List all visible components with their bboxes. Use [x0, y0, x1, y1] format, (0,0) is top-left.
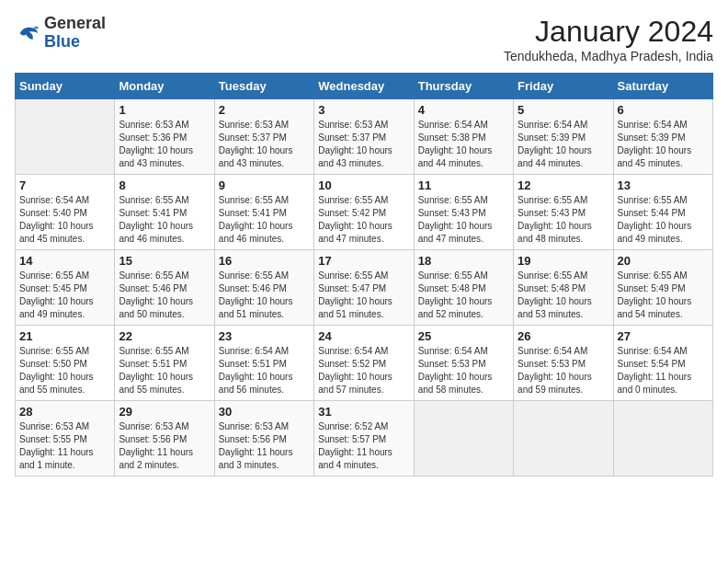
- weekday-header: Wednesday: [314, 74, 414, 99]
- calendar-cell: 17Sunrise: 6:55 AM Sunset: 5:47 PM Dayli…: [314, 250, 414, 326]
- day-info: Sunrise: 6:55 AM Sunset: 5:45 PM Dayligh…: [19, 270, 110, 321]
- calendar-cell: 23Sunrise: 6:54 AM Sunset: 5:51 PM Dayli…: [214, 326, 313, 401]
- day-info: Sunrise: 6:54 AM Sunset: 5:53 PM Dayligh…: [518, 345, 609, 396]
- day-number: 5: [518, 103, 609, 117]
- weekday-header: Tuesday: [214, 74, 313, 99]
- day-number: 26: [518, 329, 609, 343]
- day-info: Sunrise: 6:54 AM Sunset: 5:53 PM Dayligh…: [418, 345, 509, 396]
- day-info: Sunrise: 6:55 AM Sunset: 5:48 PM Dayligh…: [518, 270, 609, 321]
- logo-text: General Blue: [44, 15, 106, 52]
- calendar-cell: 15Sunrise: 6:55 AM Sunset: 5:46 PM Dayli…: [115, 250, 214, 326]
- calendar-cell: [414, 401, 513, 477]
- calendar-cell: 1Sunrise: 6:53 AM Sunset: 5:36 PM Daylig…: [115, 99, 214, 175]
- day-number: 27: [618, 329, 709, 343]
- day-number: 7: [19, 178, 110, 192]
- weekday-header: Saturday: [613, 74, 712, 99]
- calendar-week-row: 7Sunrise: 6:54 AM Sunset: 5:40 PM Daylig…: [16, 175, 713, 250]
- calendar-cell: 2Sunrise: 6:53 AM Sunset: 5:37 PM Daylig…: [214, 99, 313, 175]
- day-number: 1: [119, 103, 210, 117]
- day-number: 29: [119, 405, 210, 419]
- day-number: 12: [518, 178, 609, 192]
- calendar-cell: 8Sunrise: 6:55 AM Sunset: 5:41 PM Daylig…: [115, 175, 214, 250]
- logo-bird-icon: [15, 20, 40, 46]
- day-info: Sunrise: 6:55 AM Sunset: 5:43 PM Dayligh…: [418, 194, 509, 246]
- calendar-cell: 28Sunrise: 6:53 AM Sunset: 5:55 PM Dayli…: [16, 401, 115, 477]
- day-number: 20: [618, 254, 709, 268]
- day-number: 24: [318, 329, 409, 343]
- calendar-cell: 29Sunrise: 6:53 AM Sunset: 5:56 PM Dayli…: [115, 401, 214, 477]
- logo: General Blue: [15, 15, 106, 52]
- day-info: Sunrise: 6:55 AM Sunset: 5:43 PM Dayligh…: [518, 194, 609, 246]
- day-info: Sunrise: 6:55 AM Sunset: 5:46 PM Dayligh…: [119, 270, 210, 321]
- calendar-cell: 26Sunrise: 6:54 AM Sunset: 5:53 PM Dayli…: [514, 326, 613, 401]
- day-info: Sunrise: 6:55 AM Sunset: 5:50 PM Dayligh…: [19, 345, 110, 396]
- calendar-week-row: 14Sunrise: 6:55 AM Sunset: 5:45 PM Dayli…: [16, 250, 713, 326]
- day-info: Sunrise: 6:55 AM Sunset: 5:44 PM Dayligh…: [618, 194, 709, 246]
- calendar-cell: [613, 401, 712, 477]
- day-number: 22: [119, 329, 210, 343]
- day-info: Sunrise: 6:54 AM Sunset: 5:38 PM Dayligh…: [418, 119, 509, 170]
- weekday-header: Sunday: [16, 74, 115, 99]
- title-block: January 2024 Tendukheda, Madhya Pradesh,…: [504, 15, 713, 63]
- day-number: 23: [219, 329, 310, 343]
- day-info: Sunrise: 6:53 AM Sunset: 5:56 PM Dayligh…: [219, 420, 310, 472]
- calendar-week-row: 1Sunrise: 6:53 AM Sunset: 5:36 PM Daylig…: [16, 99, 713, 175]
- day-number: 13: [618, 178, 709, 192]
- location-subtitle: Tendukheda, Madhya Pradesh, India: [504, 49, 713, 63]
- calendar-cell: 14Sunrise: 6:55 AM Sunset: 5:45 PM Dayli…: [16, 250, 115, 326]
- calendar-cell: 18Sunrise: 6:55 AM Sunset: 5:48 PM Dayli…: [414, 250, 513, 326]
- day-number: 11: [418, 178, 509, 192]
- day-number: 10: [318, 178, 409, 192]
- day-info: Sunrise: 6:55 AM Sunset: 5:47 PM Dayligh…: [318, 270, 409, 321]
- day-info: Sunrise: 6:53 AM Sunset: 5:37 PM Dayligh…: [318, 119, 409, 170]
- day-info: Sunrise: 6:54 AM Sunset: 5:51 PM Dayligh…: [219, 345, 310, 396]
- day-info: Sunrise: 6:55 AM Sunset: 5:41 PM Dayligh…: [119, 194, 210, 246]
- day-info: Sunrise: 6:53 AM Sunset: 5:55 PM Dayligh…: [19, 420, 110, 472]
- day-number: 8: [119, 178, 210, 192]
- calendar-cell: 10Sunrise: 6:55 AM Sunset: 5:42 PM Dayli…: [314, 175, 414, 250]
- logo-blue-text: Blue: [44, 33, 106, 52]
- calendar-cell: 5Sunrise: 6:54 AM Sunset: 5:39 PM Daylig…: [514, 99, 613, 175]
- day-number: 19: [518, 254, 609, 268]
- day-number: 3: [318, 103, 409, 117]
- day-number: 15: [119, 254, 210, 268]
- day-info: Sunrise: 6:55 AM Sunset: 5:49 PM Dayligh…: [618, 270, 709, 321]
- calendar-cell: 7Sunrise: 6:54 AM Sunset: 5:40 PM Daylig…: [16, 175, 115, 250]
- day-info: Sunrise: 6:52 AM Sunset: 5:57 PM Dayligh…: [318, 420, 409, 472]
- calendar-cell: 9Sunrise: 6:55 AM Sunset: 5:41 PM Daylig…: [214, 175, 313, 250]
- calendar-cell: 31Sunrise: 6:52 AM Sunset: 5:57 PM Dayli…: [314, 401, 414, 477]
- calendar-cell: 4Sunrise: 6:54 AM Sunset: 5:38 PM Daylig…: [414, 99, 513, 175]
- calendar-cell: 13Sunrise: 6:55 AM Sunset: 5:44 PM Dayli…: [613, 175, 712, 250]
- weekday-header-row: SundayMondayTuesdayWednesdayThursdayFrid…: [16, 74, 713, 99]
- day-number: 25: [418, 329, 509, 343]
- day-info: Sunrise: 6:55 AM Sunset: 5:41 PM Dayligh…: [219, 194, 310, 246]
- day-number: 21: [19, 329, 110, 343]
- month-year-title: January 2024: [504, 15, 713, 49]
- day-number: 16: [219, 254, 310, 268]
- day-number: 18: [418, 254, 509, 268]
- calendar-week-row: 28Sunrise: 6:53 AM Sunset: 5:55 PM Dayli…: [16, 401, 713, 477]
- calendar-cell: 3Sunrise: 6:53 AM Sunset: 5:37 PM Daylig…: [314, 99, 414, 175]
- day-info: Sunrise: 6:55 AM Sunset: 5:42 PM Dayligh…: [318, 194, 409, 246]
- day-number: 9: [219, 178, 310, 192]
- day-number: 17: [318, 254, 409, 268]
- calendar-cell: 11Sunrise: 6:55 AM Sunset: 5:43 PM Dayli…: [414, 175, 513, 250]
- day-info: Sunrise: 6:55 AM Sunset: 5:46 PM Dayligh…: [219, 270, 310, 321]
- calendar-cell: [514, 401, 613, 477]
- weekday-header: Thursday: [414, 74, 513, 99]
- day-info: Sunrise: 6:54 AM Sunset: 5:39 PM Dayligh…: [618, 119, 709, 170]
- page-header: General Blue January 2024 Tendukheda, Ma…: [15, 15, 713, 63]
- day-info: Sunrise: 6:53 AM Sunset: 5:36 PM Dayligh…: [119, 119, 210, 170]
- calendar-table: SundayMondayTuesdayWednesdayThursdayFrid…: [15, 73, 713, 477]
- calendar-week-row: 21Sunrise: 6:55 AM Sunset: 5:50 PM Dayli…: [16, 326, 713, 401]
- weekday-header: Monday: [115, 74, 214, 99]
- calendar-cell: 20Sunrise: 6:55 AM Sunset: 5:49 PM Dayli…: [613, 250, 712, 326]
- calendar-cell: 27Sunrise: 6:54 AM Sunset: 5:54 PM Dayli…: [613, 326, 712, 401]
- calendar-cell: 30Sunrise: 6:53 AM Sunset: 5:56 PM Dayli…: [214, 401, 313, 477]
- day-number: 30: [219, 405, 310, 419]
- calendar-cell: 25Sunrise: 6:54 AM Sunset: 5:53 PM Dayli…: [414, 326, 513, 401]
- day-info: Sunrise: 6:54 AM Sunset: 5:54 PM Dayligh…: [618, 345, 709, 396]
- calendar-cell: 19Sunrise: 6:55 AM Sunset: 5:48 PM Dayli…: [514, 250, 613, 326]
- logo-general-text: General: [44, 15, 106, 33]
- day-number: 28: [19, 405, 110, 419]
